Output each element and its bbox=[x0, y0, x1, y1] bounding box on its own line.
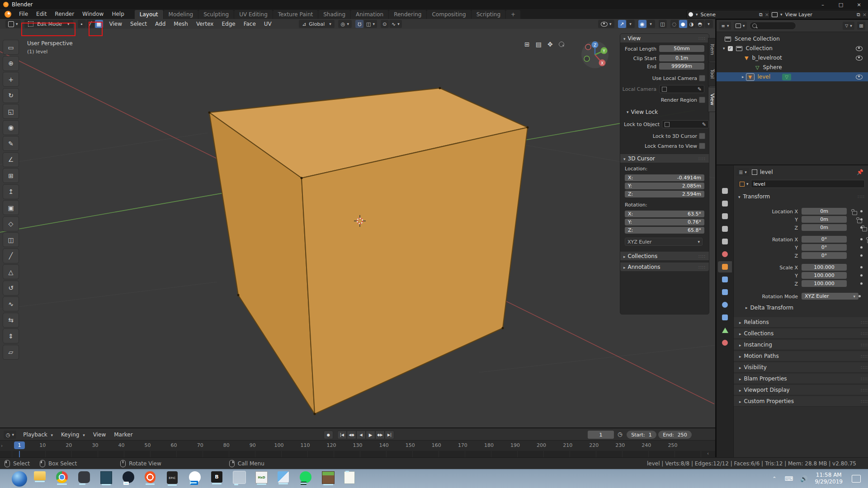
timeline-view-menu[interactable]: View bbox=[89, 432, 110, 438]
visibility-dropdown[interactable]: ▾ bbox=[598, 20, 614, 28]
zoom-icon[interactable] bbox=[559, 42, 564, 47]
outliner-filter-dropdown[interactable]: ▽▾ bbox=[843, 22, 854, 30]
navigation-gizmo[interactable]: Z Y X bbox=[580, 40, 609, 69]
timeline-track[interactable]: ‹ bbox=[0, 451, 715, 457]
taskbar-icon-steam[interactable] bbox=[123, 471, 134, 483]
menu-vertex[interactable]: Vertex bbox=[196, 21, 214, 27]
frame-start-field[interactable]: Start:1 bbox=[627, 431, 656, 439]
properties-tab-modifiers[interactable] bbox=[718, 274, 732, 285]
copy-scene-icon[interactable]: ⧉ bbox=[759, 12, 763, 18]
menu-help[interactable]: Help bbox=[108, 11, 128, 17]
outliner-row-scene-collection[interactable]: Scene Collection bbox=[717, 34, 868, 43]
current-frame-badge[interactable]: 1 bbox=[14, 441, 25, 449]
timeline-editor-type-button[interactable]: ◷▾ bbox=[4, 431, 16, 439]
collections-panel-header[interactable]: ▸Collections :::: bbox=[620, 252, 709, 260]
location-x-field[interactable]: 0m bbox=[802, 208, 847, 215]
pivot-point-dropdown[interactable]: ◎▾ bbox=[338, 20, 352, 28]
shading-wireframe-button[interactable]: ◌ bbox=[670, 20, 679, 28]
taskbar-icon-origin[interactable] bbox=[145, 471, 156, 483]
hide-eye-icon[interactable] bbox=[856, 46, 863, 51]
xray-toggle[interactable]: ◫ bbox=[659, 20, 667, 28]
close-button[interactable]: × bbox=[850, 0, 868, 9]
shading-rendered-button[interactable]: ◓ bbox=[696, 20, 704, 28]
object-type-dropdown[interactable]: ▾ bbox=[737, 180, 751, 188]
grid-toggle-icon[interactable]: ⊞ bbox=[524, 41, 530, 48]
tool-extrude-region[interactable]: ↥ bbox=[3, 184, 19, 199]
overlays-dropdown[interactable]: ▾ bbox=[647, 20, 655, 28]
cursor-euler-dropdown[interactable]: XYZ Euler▾ bbox=[625, 238, 703, 246]
mode-dropdown[interactable]: Edit Mode ▾ bbox=[24, 20, 73, 28]
blender-logo[interactable] bbox=[5, 11, 11, 18]
properties-tab-object[interactable] bbox=[718, 261, 732, 272]
lock-3d-cursor-checkbox[interactable] bbox=[699, 133, 705, 139]
taskbar-icon-hxd[interactable]: HxD bbox=[255, 471, 268, 483]
keying-menu[interactable]: Keying ▾ bbox=[57, 432, 89, 438]
transform-orientation-dropdown[interactable]: ⊿ Global ▾ bbox=[299, 20, 335, 28]
play-reverse-button[interactable]: ◀ bbox=[356, 431, 366, 439]
viewport-3d[interactable]: User Perspective (1) level ⊞ ▤ ✥ Z Y X ▭… bbox=[0, 29, 715, 427]
keyframe-dot[interactable] bbox=[860, 254, 863, 257]
tool-measure[interactable]: ∠ bbox=[3, 152, 19, 167]
collection-checkbox[interactable]: ✓ bbox=[728, 46, 733, 51]
tool-edge-slide[interactable]: ⇆ bbox=[3, 313, 19, 328]
unlink-scene-icon[interactable]: × bbox=[765, 12, 769, 18]
rotation-y-field[interactable]: 0° bbox=[802, 244, 847, 251]
properties-tab-object-data[interactable] bbox=[718, 324, 732, 336]
properties-tab-scene[interactable] bbox=[718, 236, 732, 247]
lock-toggle[interactable] bbox=[852, 211, 857, 215]
rotation-mode-dropdown[interactable]: XYZ Euler▾ bbox=[802, 293, 859, 300]
custom-properties-panel-header[interactable]: ▸Custom Properties:::: bbox=[734, 396, 868, 407]
taskbar-icon-notes[interactable] bbox=[344, 471, 355, 484]
cursor-loc-x-field[interactable]: X:-0.4914m bbox=[625, 174, 704, 181]
menu-render[interactable]: Render bbox=[51, 11, 78, 17]
menu-select[interactable]: Select bbox=[130, 21, 147, 27]
jump-end-button[interactable]: ▶| bbox=[385, 431, 394, 439]
tab-animation[interactable]: Animation bbox=[351, 10, 388, 19]
properties-tab-physics[interactable] bbox=[718, 299, 732, 310]
taskbar-icon-art-app[interactable] bbox=[100, 471, 112, 484]
keyframe-dot[interactable] bbox=[860, 210, 863, 212]
sidebar-tab-view[interactable]: View bbox=[708, 87, 715, 112]
auto-keyframe-stopwatch-icon[interactable]: ◷ bbox=[618, 431, 622, 437]
view-lock-header[interactable]: ▾View Lock bbox=[627, 109, 658, 115]
taskbar-icon-ubisoft[interactable] bbox=[189, 471, 201, 483]
volume-icon[interactable]: 🔊 bbox=[800, 475, 807, 482]
tool-rotate[interactable]: ↻ bbox=[3, 88, 19, 103]
taskbar-icon-blender[interactable] bbox=[233, 471, 245, 483]
taskbar-icon-spotify[interactable] bbox=[300, 471, 311, 483]
face-select-button[interactable]: ▦ bbox=[95, 20, 103, 28]
tab-sculpting[interactable]: Sculpting bbox=[198, 10, 234, 19]
outliner-filter-mode-dropdown[interactable]: ▾ bbox=[734, 22, 747, 30]
properties-tab-constraints[interactable] bbox=[718, 312, 732, 323]
relations-panel-header[interactable]: ▸Relations:::: bbox=[734, 317, 868, 328]
annotations-panel-header[interactable]: ▸Annotations :::: bbox=[620, 263, 709, 271]
camera-view-icon[interactable]: ▤ bbox=[536, 41, 542, 48]
scene-selector[interactable]: ▾ Scene ⧉ × bbox=[686, 10, 771, 19]
lock-toggle[interactable] bbox=[862, 227, 867, 231]
overlays-toggle[interactable]: ◉ bbox=[638, 20, 646, 28]
marker-menu[interactable]: Marker bbox=[110, 432, 137, 438]
properties-tab-material[interactable] bbox=[718, 337, 732, 348]
new-collection-button[interactable]: ⊞ bbox=[857, 22, 865, 30]
frame-end-field[interactable]: End:250 bbox=[658, 431, 692, 439]
tab-compositing[interactable]: Compositing bbox=[427, 10, 471, 19]
outliner-search-input[interactable] bbox=[750, 22, 796, 30]
properties-tab-tool[interactable] bbox=[718, 185, 732, 197]
snap-toggle[interactable]: Ω bbox=[355, 20, 363, 28]
sidebar-tab-tool[interactable]: Tool bbox=[708, 62, 715, 86]
keyframe-dot[interactable] bbox=[860, 218, 863, 221]
outliner-row-level[interactable]: ▸ ▼ level ▽ bbox=[717, 72, 868, 81]
menu-view[interactable]: View bbox=[109, 21, 122, 27]
prev-keyframe-button[interactable]: ◀◆ bbox=[347, 431, 356, 439]
properties-tab-render[interactable] bbox=[718, 198, 732, 209]
shading-material-button[interactable]: ◑ bbox=[688, 20, 696, 28]
render-region-checkbox[interactable] bbox=[699, 97, 705, 103]
menu-window[interactable]: Window bbox=[78, 11, 108, 17]
tool-move[interactable]: + bbox=[3, 72, 19, 87]
snap-target-dropdown[interactable]: ◫▾ bbox=[364, 20, 377, 28]
transform-panel-header[interactable]: ▾Transform :::: bbox=[738, 193, 865, 200]
keyframe-dot[interactable] bbox=[860, 238, 863, 240]
properties-tab-output[interactable] bbox=[718, 211, 732, 222]
rotation-z-field[interactable]: 0° bbox=[802, 252, 847, 259]
proportional-falloff-dropdown[interactable]: ∿▾ bbox=[389, 20, 402, 28]
